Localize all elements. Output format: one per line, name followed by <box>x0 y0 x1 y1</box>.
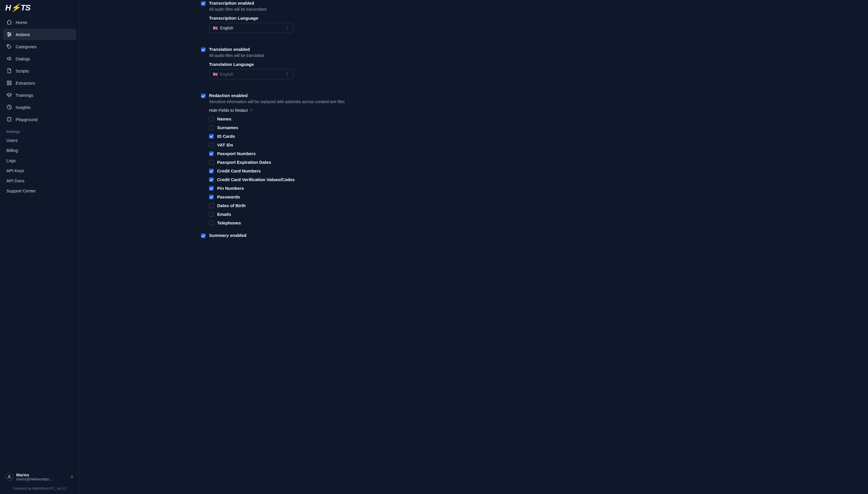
redact-checkbox[interactable] <box>209 169 214 173</box>
redaction-sub: Sensitive information will be replaced w… <box>209 99 478 104</box>
sidebar-item-label: Home <box>16 20 27 25</box>
transcription-checkbox[interactable] <box>201 1 205 6</box>
translation-lang-label: Translation Language <box>209 62 478 67</box>
transcription-row: Transcription enabled <box>201 1 478 6</box>
redact-checkbox[interactable] <box>209 160 214 165</box>
redact-checkbox[interactable] <box>209 221 214 225</box>
sidebar-item-logs[interactable]: Logs <box>3 156 76 165</box>
redact-item: Pin Numbers <box>209 186 478 191</box>
main-content: Transcription enabled All audio files wi… <box>79 0 868 494</box>
sidebar-item-insights[interactable]: Insights <box>3 101 76 113</box>
redaction-checkbox[interactable] <box>201 94 205 98</box>
sidebar-item-billing[interactable]: Billing <box>3 146 76 155</box>
redact-item: Passport Numbers <box>209 151 478 156</box>
redact-checkbox[interactable] <box>209 195 214 200</box>
translation-lang-select[interactable]: 🇬🇧 English <box>209 69 293 79</box>
transcription-sub: All audio files will be transcribed <box>209 7 478 12</box>
redact-checkbox[interactable] <box>209 143 214 147</box>
account-text: Marios marios@helloworldpc.... <box>16 473 67 481</box>
transcription-lang-select[interactable]: 🇬🇧 English <box>209 23 293 33</box>
logo-wrap: H⚡TS <box>3 3 76 15</box>
redact-checkbox[interactable] <box>209 126 214 130</box>
redact-checkbox[interactable] <box>209 151 214 156</box>
redact-label: Emails <box>217 212 231 217</box>
sidebar-item-trainings[interactable]: Trainings <box>3 89 76 101</box>
sidebar-item-home[interactable]: Home <box>3 17 76 28</box>
redact-item: Passport Expiration Dates <box>209 159 478 165</box>
sidebar-item-users[interactable]: Users <box>3 135 76 145</box>
svg-rect-7 <box>7 81 9 82</box>
summary-checkbox[interactable] <box>201 233 205 238</box>
sidebar-item-playground[interactable]: Playground <box>3 114 76 125</box>
sidebar-item-api-keys[interactable]: API Keys <box>3 166 76 175</box>
redact-label: Credit Card Numbers <box>217 168 261 173</box>
tag-icon <box>6 44 12 50</box>
sidebar-item-label: Insights <box>16 105 31 110</box>
chart-icon <box>6 104 12 110</box>
redaction-row: Redaction enabled <box>201 93 478 98</box>
hide-fields-label: Hide Fields to Redact <box>209 108 248 113</box>
form-area: Transcription enabled All audio files wi… <box>201 1 478 238</box>
redact-item: Credit Card Verification Values/Codes <box>209 177 478 182</box>
redact-label: Surnames <box>217 125 238 130</box>
redact-checkbox[interactable] <box>209 177 214 182</box>
sidebar-settings-title: Settings <box>3 125 76 135</box>
translation-checkbox[interactable] <box>201 48 205 52</box>
redact-label: Passport Expiration Dates <box>217 160 271 165</box>
chevron-sort-icon <box>250 108 253 113</box>
sidebar-settings-list: UsersBillingLogsAPI KeysAPI DocsSupport … <box>3 135 76 195</box>
home-icon <box>6 19 12 25</box>
sidebar-item-label: Actions <box>16 32 30 37</box>
redact-label: Passwords <box>217 194 240 200</box>
sidebar-item-api-docs[interactable]: API Docs <box>3 176 76 186</box>
redact-item: Names <box>209 116 478 121</box>
svg-rect-8 <box>10 81 11 82</box>
translation-sub: All audio files will be translated <box>209 53 478 58</box>
redact-item: Telephones <box>209 220 478 225</box>
avatar-icon <box>5 473 13 481</box>
sidebar-item-label: Extractors <box>16 81 35 86</box>
account-email: marios@helloworldpc.... <box>16 477 67 481</box>
sidebar-item-label: Dialogs <box>16 56 30 61</box>
summary-row: Summary enabled <box>201 233 478 238</box>
hide-fields-toggle[interactable]: Hide Fields to Redact <box>209 108 253 113</box>
chevron-sort-icon <box>70 475 74 479</box>
sidebar-item-actions[interactable]: Actions <box>3 28 76 40</box>
summary-label: Summary enabled <box>209 233 246 238</box>
translation-row: Translation enabled <box>201 47 478 52</box>
graduation-icon <box>6 92 12 98</box>
speaker-icon <box>6 56 12 61</box>
transcription-lang-value: English <box>220 26 233 30</box>
flag-icon: 🇬🇧 <box>213 26 218 30</box>
redact-checkbox[interactable] <box>209 212 214 217</box>
svg-rect-10 <box>10 83 11 85</box>
redact-checkbox[interactable] <box>209 134 214 139</box>
redact-item: ID Cards <box>209 133 478 139</box>
translation-lang-value: English <box>220 72 233 77</box>
redact-checkbox[interactable] <box>209 203 214 208</box>
sidebar-item-dialogs[interactable]: Dialogs <box>3 53 76 64</box>
chevron-sort-icon <box>285 72 289 77</box>
sidebar-item-categories[interactable]: Categories <box>3 41 76 52</box>
flag-icon: 🇬🇧 <box>213 72 218 77</box>
file-icon <box>6 68 12 74</box>
redact-label: ID Cards <box>217 134 235 139</box>
redact-checkbox[interactable] <box>209 186 214 191</box>
redact-checkbox[interactable] <box>209 117 214 121</box>
redact-item: Surnames <box>209 125 478 130</box>
sidebar-item-scripts[interactable]: Scripts <box>3 65 76 77</box>
account-name: Marios <box>16 473 67 477</box>
redact-label: Names <box>217 116 231 121</box>
sliders-icon <box>6 32 12 37</box>
redact-label: Credit Card Verification Values/Codes <box>217 177 295 182</box>
redact-label: Dates of Birth <box>217 203 246 208</box>
account-menu[interactable]: Marios marios@helloworldpc.... <box>3 470 76 484</box>
sidebar-item-extractors[interactable]: Extractors <box>3 77 76 89</box>
sidebar-item-support-center[interactable]: Support Center <box>3 186 76 195</box>
redact-item: Emails <box>209 211 478 217</box>
svg-point-6 <box>8 45 9 46</box>
app-logo: H⚡TS <box>5 3 74 13</box>
grid-icon <box>6 80 12 86</box>
redact-label: Telephones <box>217 221 241 225</box>
svg-rect-9 <box>7 83 9 85</box>
